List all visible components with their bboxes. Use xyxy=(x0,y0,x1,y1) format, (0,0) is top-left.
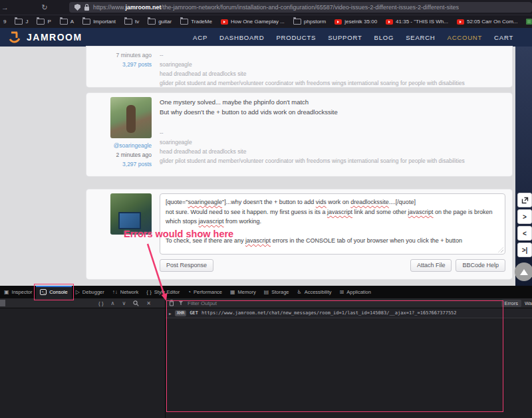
bookmark-item[interactable]: TradeMe xyxy=(180,19,212,25)
misspelled-word: dreadlockssite xyxy=(350,199,389,205)
misspelled-word: javascript xyxy=(408,209,434,215)
site-logo-text[interactable]: JAMROOM xyxy=(27,32,82,43)
pretty-print-icon[interactable]: { } xyxy=(98,300,104,306)
bbcode-help-button[interactable]: BBCode Help xyxy=(456,259,505,272)
signature-line: head dreadhead at dreadlocks site xyxy=(160,69,505,78)
bookmark-item[interactable]: guitar xyxy=(148,19,172,25)
history-up-icon[interactable]: ∧ xyxy=(111,300,115,306)
tab-accessibility[interactable]: ♿Accessibility xyxy=(293,286,336,298)
nav-item-blog[interactable]: BLOG xyxy=(374,34,394,41)
post-body-line: One mystery solved... maybe the phpinfo … xyxy=(160,97,505,107)
bookmark-label: TradeMe xyxy=(191,19,212,25)
tab-debugger[interactable]: ▷Debugger xyxy=(72,286,108,298)
bookmark-item[interactable]: Home xyxy=(526,19,532,25)
tab-label: Memory xyxy=(238,289,256,295)
misspelled-word: javascript xyxy=(199,218,224,225)
youtube-icon xyxy=(386,19,393,25)
signature-line: soaringeagle xyxy=(160,60,505,69)
bookmark-item[interactable]: 41:35 - "THIS IS Wh... xyxy=(386,19,448,25)
next-button[interactable]: > xyxy=(517,209,532,224)
bookmark-item[interactable]: How One Gameplay ... xyxy=(221,19,285,25)
bookmark-item[interactable]: tv xyxy=(124,19,139,25)
bookmark-label: J xyxy=(25,19,28,25)
style-editor-icon: { } xyxy=(146,289,152,295)
textarea-resize-handle[interactable] xyxy=(498,247,503,253)
misspelled-word: javascript xyxy=(245,237,271,244)
devtools-tab-bar: ▣Inspector>_Console▷Debugger↑↓Network{ }… xyxy=(0,286,532,298)
reload-icon[interactable]: ↻ xyxy=(40,4,49,11)
warnings-filter-button[interactable]: Wa xyxy=(525,300,532,306)
tab-memory[interactable]: ▦Memory xyxy=(226,286,260,298)
reply-text: from working. xyxy=(224,218,262,225)
post-count-link[interactable]: 3,297 posts xyxy=(93,159,152,169)
bookmark-item[interactable]: A xyxy=(60,19,74,25)
tab-label: Performance xyxy=(194,289,222,295)
close-editor-icon[interactable]: ✕ xyxy=(146,300,151,306)
nav-item-products[interactable]: PRODUCTS xyxy=(276,34,316,41)
nav-item-search[interactable]: SEARCH xyxy=(406,34,435,41)
tab-network[interactable]: ↑↓Network xyxy=(108,286,143,298)
bookmark-item[interactable]: 9 xyxy=(3,19,6,25)
open-external-icon xyxy=(521,197,529,204)
tab-inspector[interactable]: ▣Inspector xyxy=(0,286,36,298)
bookmark-item[interactable]: 52:05 Carr On Com... xyxy=(457,19,517,25)
misspelled-word: vids xyxy=(316,199,327,205)
bookmark-item[interactable]: Important xyxy=(82,19,116,25)
scroll-to-top-button[interactable] xyxy=(515,262,532,281)
url-bar[interactable]: https://www.jamroom.net/the-jamroom-netw… xyxy=(69,2,532,13)
bookmark-item[interactable]: jeselnik 35:00 xyxy=(334,19,377,25)
history-down-icon[interactable]: ∨ xyxy=(122,300,126,306)
post-time: 7 minutes ago xyxy=(93,51,152,60)
post-body: One mystery solved... maybe the phpinfo … xyxy=(160,97,505,117)
errors-filter-button[interactable]: Errors xyxy=(501,300,521,307)
post-response-button[interactable]: Post Response xyxy=(160,259,213,272)
folder-icon xyxy=(148,19,156,25)
last-button[interactable]: >| xyxy=(517,243,532,257)
youtube-icon xyxy=(221,19,228,25)
post-count-link[interactable]: 3,297 posts xyxy=(93,60,152,69)
site-nav: ACPDASHBOARDPRODUCTSSUPPORTBLOGSEARCHACC… xyxy=(193,34,513,41)
tab-performance[interactable]: ◔Performance xyxy=(184,286,226,298)
reply-textarea[interactable]: [quote="soaringeagle"]...why doesn't the… xyxy=(160,193,505,255)
folder-icon xyxy=(15,19,23,25)
tab-label: Debugger xyxy=(82,289,104,295)
bookmarks-bar: 9JPAImportanttvguitarTradeMeHow One Game… xyxy=(0,15,532,28)
signature-line: soaringeagle xyxy=(160,138,505,147)
nav-item-support[interactable]: SUPPORT xyxy=(328,34,362,41)
bookmark-label: phpstorm xyxy=(304,19,326,25)
reply-text-line: [quote="soaringeagle"]...why doesn't the… xyxy=(166,197,499,207)
annotation-rect-console-output xyxy=(166,300,503,412)
forward-icon[interactable]: → xyxy=(1,4,9,11)
lock-icon[interactable] xyxy=(84,7,89,11)
nav-item-cart[interactable]: CART xyxy=(494,34,513,41)
nav-item-acp[interactable]: ACP xyxy=(193,34,207,41)
nav-item-dashboard[interactable]: DASHBOARD xyxy=(219,34,264,41)
avatar-soaringeagle[interactable] xyxy=(110,97,152,138)
nav-item-account[interactable]: ACCOUNT xyxy=(448,34,483,41)
misspelled-word: javascript xyxy=(327,209,352,215)
debugger-icon: ▷ xyxy=(76,289,80,295)
folder-icon xyxy=(60,19,68,25)
open-new-window-button[interactable] xyxy=(517,193,532,207)
tab-storage[interactable]: ▤Storage xyxy=(260,286,293,298)
bookmark-item[interactable]: phpstorm xyxy=(293,19,326,25)
reply-text: errors in the CONSOLE tab of your browse… xyxy=(271,237,462,244)
author-link[interactable]: @soaringeagle xyxy=(93,141,152,150)
bookmark-label: 41:35 - "THIS IS Wh... xyxy=(396,19,448,25)
performance-icon: ◔ xyxy=(188,289,191,295)
bookmark-item[interactable]: P xyxy=(37,19,51,25)
reply-text: "]...why doesn't the + button to add xyxy=(222,199,316,205)
tracking-protection-shield-icon[interactable] xyxy=(74,4,80,11)
tab-application[interactable]: ⊞Application xyxy=(336,286,375,298)
bookmark-item[interactable]: J xyxy=(15,19,28,25)
tab-style-editor[interactable]: { }Style Editor xyxy=(142,286,184,298)
attach-file-button[interactable]: Attach File xyxy=(410,259,452,272)
search-icon[interactable] xyxy=(133,300,139,306)
previous-button[interactable]: < xyxy=(517,226,532,241)
bookmark-label: 9 xyxy=(3,19,6,25)
jamroom-logo-icon[interactable] xyxy=(8,31,21,44)
signature-line: -- xyxy=(160,128,505,138)
bookmark-label: A xyxy=(70,19,74,25)
signature-line: glider pilot student and member/voluntee… xyxy=(160,78,505,88)
browser-toolbar: → ↻ https://www.jamroom.net/the-jamroom-… xyxy=(0,0,532,15)
